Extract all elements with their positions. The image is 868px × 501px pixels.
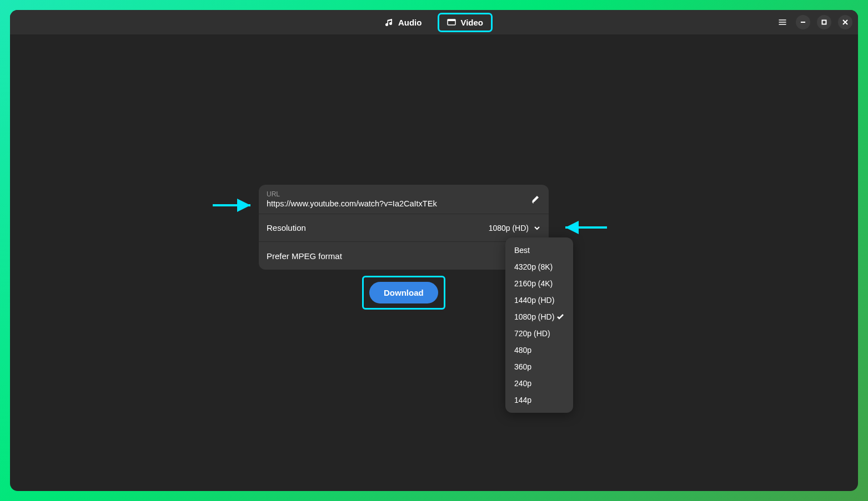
hamburger-icon [778, 18, 787, 27]
resolution-option-label: 480p [514, 346, 531, 355]
resolution-option[interactable]: 1440p (HD) [505, 292, 573, 308]
annotation-arrow-right [560, 220, 610, 235]
close-icon [842, 19, 848, 25]
resolution-selector[interactable]: 1080p (HD) [489, 224, 541, 232]
resolution-row[interactable]: Resolution 1080p (HD) [259, 214, 549, 242]
resolution-option-label: 1080p (HD) [514, 312, 554, 321]
svg-rect-1 [448, 19, 455, 21]
resolution-option-label: Best [514, 246, 530, 255]
resolution-option[interactable]: 2160p (4K) [505, 275, 573, 292]
tab-video[interactable]: Video [439, 14, 491, 31]
minimize-button[interactable] [796, 15, 810, 29]
resolution-option-label: 144p [514, 396, 531, 404]
minimize-icon [800, 19, 806, 25]
window-controls [776, 15, 852, 29]
resolution-selected: 1080p (HD) [489, 224, 529, 232]
resolution-label: Resolution [267, 223, 306, 232]
resolution-option[interactable]: 144p [505, 392, 573, 408]
resolution-option[interactable]: 360p [505, 358, 573, 375]
resolution-option[interactable]: 1080p (HD) [505, 308, 573, 325]
titlebar: Audio Video [10, 10, 858, 34]
resolution-option[interactable]: 720p (HD) [505, 325, 573, 342]
close-button[interactable] [838, 15, 852, 29]
app-window: Audio Video URL [10, 10, 858, 491]
svg-rect-2 [822, 21, 826, 24]
mpeg-label: Prefer MPEG format [267, 251, 342, 261]
annotation-arrow-left [212, 198, 256, 212]
edit-url-button[interactable] [530, 194, 541, 205]
url-value: https://www.youtube.com/watch?v=Ia2CaItx… [267, 199, 530, 208]
tab-video-label: Video [460, 18, 483, 27]
tab-group: Audio Video [377, 14, 491, 31]
music-note-icon [385, 18, 394, 27]
maximize-icon [821, 19, 827, 25]
resolution-option-label: 720p (HD) [514, 329, 550, 338]
resolution-dropdown: Best4320p (8K)2160p (4K)1440p (HD)1080p … [505, 237, 573, 413]
resolution-option-label: 360p [514, 362, 531, 371]
url-label: URL [267, 190, 530, 198]
download-button[interactable]: Download [369, 282, 438, 303]
tab-audio-label: Audio [398, 18, 422, 27]
main-content: URL https://www.youtube.com/watch?v=Ia2C… [10, 34, 858, 491]
resolution-option[interactable]: 4320p (8K) [505, 259, 573, 275]
resolution-option[interactable]: 480p [505, 342, 573, 358]
resolution-option[interactable]: 240p [505, 375, 573, 392]
tab-audio[interactable]: Audio [377, 14, 430, 31]
maximize-button[interactable] [817, 15, 831, 29]
resolution-option[interactable]: Best [505, 242, 573, 259]
hamburger-menu-button[interactable] [776, 16, 789, 29]
resolution-option-label: 2160p (4K) [514, 279, 553, 288]
resolution-option-label: 240p [514, 379, 531, 388]
pencil-icon [531, 195, 540, 204]
resolution-option-label: 4320p (8K) [514, 262, 553, 271]
video-icon [447, 18, 456, 27]
url-row[interactable]: URL https://www.youtube.com/watch?v=Ia2C… [259, 185, 549, 214]
chevron-down-icon [533, 224, 541, 232]
download-highlight: Download [362, 276, 445, 310]
check-icon [556, 313, 564, 321]
resolution-option-label: 1440p (HD) [514, 296, 554, 305]
